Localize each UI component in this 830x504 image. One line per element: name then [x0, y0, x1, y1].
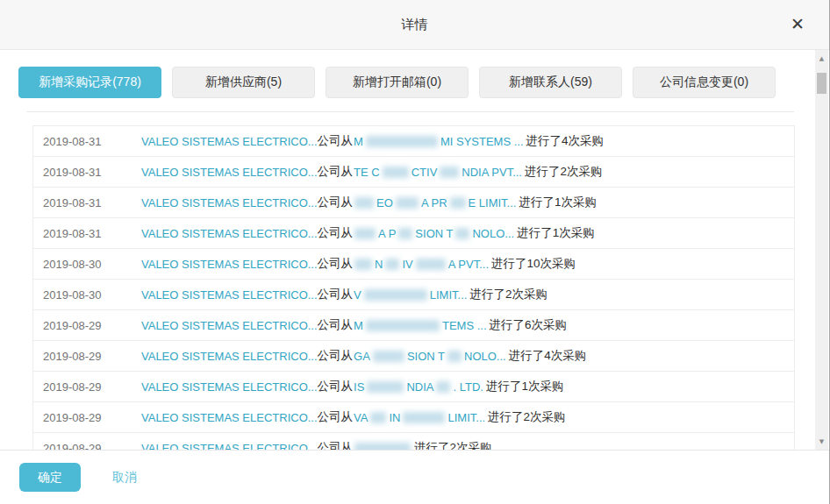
redacted-supplier-blur: [440, 167, 459, 178]
tab-1[interactable]: 新增供应商(5): [172, 67, 315, 98]
company-link[interactable]: VALEO SISTEMAS ELECTRICO...: [141, 380, 318, 394]
table-row: 2019-08-29VALEO SISTEMAS ELECTRICO...公司从…: [33, 402, 794, 433]
row-prefix-text: 公司从: [318, 287, 354, 302]
row-date: 2019-08-29: [33, 319, 141, 332]
supplier-link-fragment[interactable]: TEMS ...: [442, 319, 487, 332]
redacted-supplier-blur: [447, 351, 462, 362]
table-row: 2019-08-29VALEO SISTEMAS ELECTRICO...公司从…: [33, 433, 794, 450]
company-link[interactable]: VALEO SISTEMAS ELECTRICO...: [141, 319, 318, 332]
row-action-text: 进行了10次采购: [491, 256, 576, 272]
supplier-link-fragment[interactable]: . LTD.: [453, 380, 483, 394]
modal-body: 新增采购记录(778)新增供应商(5)新增打开邮箱(0)新增联系人(59)公司信…: [0, 50, 815, 450]
company-link[interactable]: VALEO SISTEMAS ELECTRICO...: [141, 135, 318, 148]
row-date: 2019-08-29: [33, 411, 141, 424]
redacted-supplier-blur: [373, 351, 404, 362]
supplier-link-fragment[interactable]: NOLO...: [472, 227, 514, 240]
row-action-text: 进行了1次采购: [517, 225, 595, 241]
company-link[interactable]: VALEO SISTEMAS ELECTRICO...: [141, 196, 318, 209]
supplier-link-fragment[interactable]: LIMIT...: [430, 288, 468, 302]
row-prefix-text: 公司从: [318, 348, 354, 364]
scrollbar-thumb[interactable]: [817, 73, 826, 94]
supplier-link-fragment[interactable]: NDIA: [406, 380, 433, 394]
company-link[interactable]: VALEO SISTEMAS ELECTRICO...: [141, 258, 318, 271]
supplier-link-fragment[interactable]: TE C: [354, 166, 380, 179]
row-date: 2019-08-30: [33, 288, 141, 302]
table-row: 2019-08-31VALEO SISTEMAS ELECTRICO...公司从…: [33, 157, 794, 188]
row-date: 2019-08-29: [33, 380, 141, 394]
supplier-link-fragment[interactable]: A P: [378, 227, 396, 240]
scroll-down-icon[interactable]: ▼: [815, 435, 828, 448]
row-date: 2019-08-31: [33, 166, 141, 179]
supplier-link-fragment[interactable]: V: [354, 288, 361, 302]
redacted-supplier-blur: [354, 443, 411, 451]
company-link[interactable]: VALEO SISTEMAS ELECTRICO...: [141, 411, 318, 424]
company-link[interactable]: VALEO SISTEMAS ELECTRICO...: [141, 288, 318, 302]
row-prefix-text: 公司从: [318, 256, 354, 272]
row-action-text: 进行了1次采购: [486, 379, 564, 394]
redacted-supplier-blur: [366, 136, 438, 147]
supplier-link-fragment[interactable]: CTIV: [411, 166, 438, 179]
modal-title: 详情: [402, 17, 428, 33]
row-action-text: 进行了2次采购: [488, 409, 566, 425]
tab-0[interactable]: 新增采购记录(778): [18, 67, 161, 98]
supplier-link-fragment[interactable]: GA: [354, 350, 370, 363]
cancel-button[interactable]: 取消: [112, 470, 137, 486]
row-prefix-text: 公司从: [318, 379, 354, 394]
redacted-supplier-blur: [354, 228, 376, 239]
company-link[interactable]: VALEO SISTEMAS ELECTRICO...: [141, 227, 318, 240]
confirm-button[interactable]: 确定: [19, 463, 81, 492]
row-action-text: 进行了1次采购: [519, 195, 597, 210]
redacted-supplier-blur: [398, 228, 412, 239]
row-date: 2019-08-31: [33, 227, 141, 240]
tabs-divider: [26, 111, 794, 112]
table-row: 2019-08-29VALEO SISTEMAS ELECTRICO...公司从…: [33, 372, 794, 402]
row-action-text: 进行了2次采购: [469, 287, 547, 302]
table-row: 2019-08-31VALEO SISTEMAS ELECTRICO...公司从…: [33, 188, 794, 218]
supplier-link-fragment[interactable]: SION T: [407, 350, 445, 363]
supplier-link-fragment[interactable]: N: [375, 258, 383, 271]
tab-4[interactable]: 公司信息变更(0): [633, 67, 776, 98]
tab-bar: 新增采购记录(778)新增供应商(5)新增打开邮箱(0)新增联系人(59)公司信…: [18, 67, 815, 98]
supplier-link-fragment[interactable]: M: [354, 135, 363, 148]
scroll-up-icon[interactable]: ▲: [815, 52, 828, 65]
record-list: 2019-08-31VALEO SISTEMAS ELECTRICO...公司从…: [32, 125, 795, 450]
tab-3[interactable]: 新增联系人(59): [479, 67, 622, 98]
row-action-text: 进行了4次采购: [526, 133, 605, 149]
company-link[interactable]: VALEO SISTEMAS ELECTRICO...: [141, 442, 318, 451]
supplier-link-fragment[interactable]: VA: [354, 411, 368, 424]
row-prefix-text: 公司从: [318, 133, 354, 149]
supplier-link-fragment[interactable]: SION T: [415, 227, 453, 240]
row-action-text: 进行了2次采购: [414, 440, 492, 450]
supplier-link-fragment[interactable]: M: [354, 319, 363, 332]
supplier-link-fragment[interactable]: MI SYSTEMS ...: [440, 135, 524, 148]
company-link[interactable]: VALEO SISTEMAS ELECTRICO...: [141, 350, 318, 363]
redacted-supplier-blur: [364, 289, 427, 301]
supplier-link-fragment[interactable]: E LIMIT...: [469, 196, 517, 209]
supplier-link-fragment[interactable]: IS: [354, 380, 364, 394]
supplier-link-fragment[interactable]: IV: [402, 258, 412, 271]
supplier-link-fragment[interactable]: IN: [389, 411, 400, 424]
table-row: 2019-08-29VALEO SISTEMAS ELECTRICO...公司从…: [33, 310, 794, 341]
supplier-link-fragment[interactable]: LIMIT...: [447, 411, 485, 424]
row-action-text: 进行了2次采购: [525, 164, 603, 180]
redacted-supplier-blur: [367, 381, 404, 393]
table-row: 2019-08-30VALEO SISTEMAS ELECTRICO...公司从…: [33, 280, 794, 310]
supplier-link-fragment[interactable]: A PVT...: [448, 258, 489, 271]
row-date: 2019-08-30: [33, 258, 141, 271]
supplier-link-fragment[interactable]: A PR: [421, 196, 447, 209]
company-link[interactable]: VALEO SISTEMAS ELECTRICO...: [141, 166, 318, 179]
row-date: 2019-08-31: [33, 135, 141, 148]
close-icon[interactable]: ✕: [787, 13, 808, 34]
redacted-supplier-blur: [370, 412, 386, 423]
modal-header: 详情 ✕: [0, 0, 829, 50]
redacted-supplier-blur: [450, 197, 466, 209]
vertical-scrollbar[interactable]: ▲ ▼: [815, 50, 828, 450]
table-row: 2019-08-29VALEO SISTEMAS ELECTRICO...公司从…: [33, 341, 794, 372]
tab-2[interactable]: 新增打开邮箱(0): [326, 67, 469, 98]
redacted-supplier-blur: [396, 197, 419, 209]
supplier-link-fragment[interactable]: NOLO...: [464, 350, 506, 363]
supplier-link-fragment[interactable]: EO: [376, 196, 393, 209]
row-prefix-text: 公司从: [318, 225, 354, 241]
supplier-link-fragment[interactable]: NDIA PVT...: [462, 166, 522, 179]
redacted-supplier-blur: [354, 197, 374, 209]
